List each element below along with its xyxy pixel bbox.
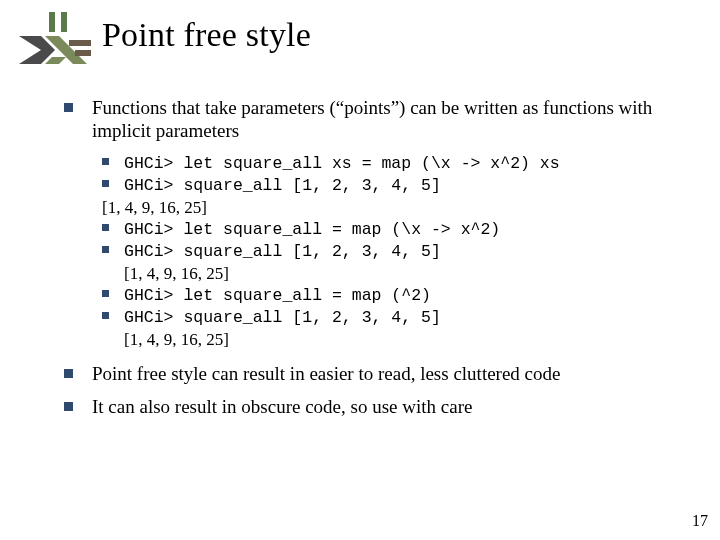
code-output: [1, 4, 9, 16, 25] — [102, 263, 680, 285]
bullet-benefit: Point free style can result in easier to… — [64, 362, 680, 385]
page-number: 17 — [692, 512, 708, 530]
code-line: GHCi> let square_all = map (^2) — [102, 284, 680, 306]
slide-body: Functions that take parameters (“points”… — [64, 96, 680, 429]
slide-title: Point free style — [102, 16, 311, 54]
code-line: GHCi> let square_all = map (\x -> x^2) — [102, 218, 680, 240]
slide: Point free style Functions that take par… — [0, 0, 720, 540]
svg-rect-6 — [69, 40, 91, 46]
code-output: [1, 4, 9, 16, 25] — [102, 329, 680, 351]
bullet-intro: Functions that take parameters (“points”… — [64, 96, 680, 142]
bullet-caution: It can also result in obscure code, so u… — [64, 395, 680, 418]
code-line: GHCi> let square_all xs = map (\x -> x^2… — [102, 152, 680, 174]
svg-rect-7 — [75, 50, 91, 56]
code-block: GHCi> let square_all xs = map (\x -> x^2… — [64, 152, 680, 350]
code-line: GHCi> square_all [1, 2, 3, 4, 5] — [102, 306, 680, 328]
code-line: GHCi> square_all [1, 2, 3, 4, 5] — [102, 174, 680, 196]
svg-rect-0 — [49, 12, 55, 32]
code-output: [1, 4, 9, 16, 25] — [102, 197, 680, 219]
svg-marker-5 — [45, 57, 66, 64]
code-line: GHCi> square_all [1, 2, 3, 4, 5] — [102, 240, 680, 262]
haskell-logo-icon — [15, 12, 93, 68]
svg-rect-1 — [61, 12, 67, 32]
